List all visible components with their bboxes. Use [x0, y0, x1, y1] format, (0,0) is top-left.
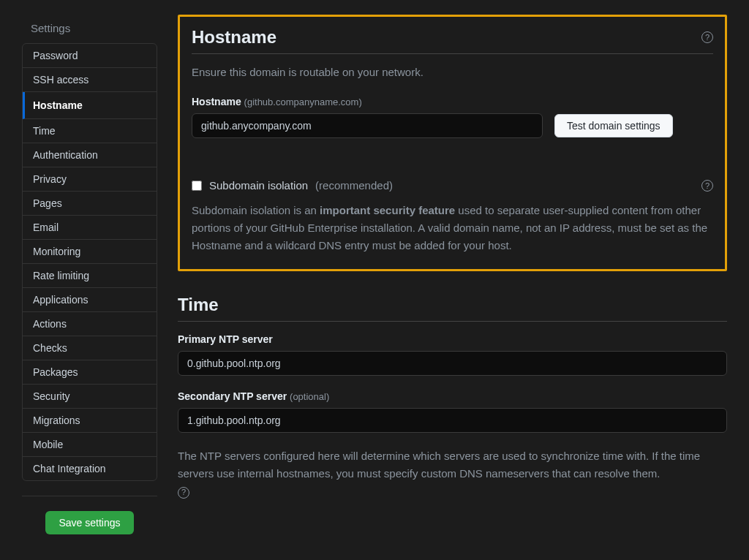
hostname-title: Hostname — [192, 27, 276, 48]
sidebar-item-authentication[interactable]: Authentication — [23, 143, 157, 167]
hostname-description: Ensure this domain is routable on your n… — [192, 66, 713, 78]
sidebar-item-rate-limiting[interactable]: Rate limiting — [23, 264, 157, 288]
subdomain-isolation-label: Subdomain isolation — [209, 179, 308, 192]
main-content: Hostname ? Ensure this domain is routabl… — [157, 15, 727, 545]
test-domain-settings-button[interactable]: Test domain settings — [554, 114, 673, 137]
help-icon[interactable]: ? — [178, 487, 189, 499]
sidebar-item-chat-integration[interactable]: Chat Integration — [23, 457, 157, 480]
hostname-label-hint: (github.companyname.com) — [244, 97, 362, 107]
sidebar-item-monitoring[interactable]: Monitoring — [23, 240, 157, 264]
subdomain-isolation-row: Subdomain isolation (recommended) ? — [192, 179, 713, 192]
hostname-section: Hostname ? Ensure this domain is routabl… — [178, 15, 727, 271]
hostname-input[interactable] — [192, 113, 543, 138]
sidebar-item-pages[interactable]: Pages — [23, 192, 157, 216]
sidebar-item-checks[interactable]: Checks — [23, 336, 157, 360]
hostname-field-label: Hostname (github.companyname.com) — [192, 96, 713, 107]
sidebar-item-hostname[interactable]: Hostname — [23, 92, 157, 119]
secondary-ntp-input[interactable] — [178, 408, 727, 433]
hostname-section-header: Hostname ? — [192, 27, 713, 54]
hostname-input-row: Test domain settings — [192, 113, 713, 138]
sidebar-item-privacy[interactable]: Privacy — [23, 167, 157, 192]
time-title: Time — [178, 295, 219, 315]
time-section-header: Time — [178, 295, 727, 322]
hostname-label-text: Hostname — [192, 96, 241, 107]
sidebar-item-email[interactable]: Email — [23, 216, 157, 240]
sidebar-item-security[interactable]: Security — [23, 385, 157, 409]
sidebar-item-actions[interactable]: Actions — [23, 312, 157, 336]
primary-ntp-input[interactable] — [178, 351, 727, 376]
subdomain-isolation-hint: (recommended) — [315, 179, 393, 192]
secondary-ntp-label-text: Secondary NTP server — [178, 390, 287, 402]
sidebar-item-ssh-access[interactable]: SSH access — [23, 68, 157, 92]
sidebar-item-migrations[interactable]: Migrations — [23, 409, 157, 433]
help-icon[interactable]: ? — [701, 31, 713, 43]
sidebar-item-password[interactable]: Password — [23, 44, 157, 68]
help-icon[interactable]: ? — [701, 180, 713, 192]
sidebar-item-applications[interactable]: Applications — [23, 288, 157, 312]
primary-ntp-label: Primary NTP server — [178, 333, 727, 345]
primary-ntp-field-group: Primary NTP server — [178, 333, 727, 376]
sidebar-item-packages[interactable]: Packages — [23, 360, 157, 385]
secondary-ntp-hint: (optional) — [290, 391, 329, 402]
subdomain-isolation-description: Subdomain isolation is an important secu… — [192, 202, 713, 254]
secondary-ntp-field-group: Secondary NTP server (optional) — [178, 390, 727, 433]
hostname-field-group: Hostname (github.companyname.com) Test d… — [192, 96, 713, 138]
sidebar-item-mobile[interactable]: Mobile — [23, 433, 157, 457]
sidebar-item-time[interactable]: Time — [23, 119, 157, 143]
ntp-description: The NTP servers configured here will det… — [178, 447, 727, 500]
settings-sidebar: Settings Password SSH access Hostname Ti… — [22, 15, 157, 545]
subdomain-isolation-checkbox[interactable] — [192, 181, 202, 191]
sidebar-title: Settings — [22, 15, 157, 43]
secondary-ntp-label: Secondary NTP server (optional) — [178, 390, 727, 402]
save-settings-button[interactable]: Save settings — [45, 511, 133, 534]
time-section: Time Primary NTP server Secondary NTP se… — [178, 295, 727, 500]
sidebar-divider — [22, 496, 157, 496]
sidebar-items: Password SSH access Hostname Time Authen… — [22, 43, 157, 481]
